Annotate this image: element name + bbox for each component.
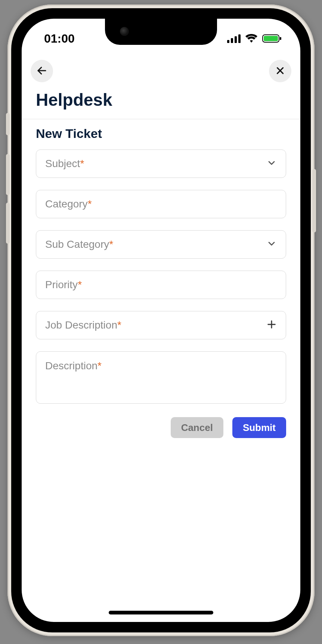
close-icon xyxy=(275,66,285,77)
subject-label: Subject* xyxy=(45,158,84,170)
svg-rect-0 xyxy=(227,40,229,43)
svg-rect-2 xyxy=(235,36,237,43)
category-field[interactable]: Category* xyxy=(36,190,286,218)
subject-field[interactable]: Subject* xyxy=(36,150,286,178)
status-time: 01:00 xyxy=(44,32,75,46)
screen: 01:00 xyxy=(22,19,300,622)
form-actions: Cancel Submit xyxy=(36,417,286,438)
cellular-icon xyxy=(227,34,241,43)
svg-rect-5 xyxy=(264,36,278,41)
description-label: Description* xyxy=(45,360,102,372)
priority-label: Priority* xyxy=(45,279,82,291)
status-bar: 01:00 xyxy=(22,19,300,56)
close-button[interactable] xyxy=(269,60,291,82)
phone-volume-down xyxy=(6,203,10,244)
phone-volume-up xyxy=(6,154,10,195)
priority-field[interactable]: Priority* xyxy=(36,271,286,299)
sub-category-field[interactable]: Sub Category* xyxy=(36,230,286,259)
status-icons xyxy=(227,34,282,43)
job-description-field[interactable]: Job Description* xyxy=(36,311,286,339)
wifi-icon xyxy=(245,34,258,43)
job-description-label: Job Description* xyxy=(45,319,121,331)
page-title: Helpdesk xyxy=(36,90,112,110)
arrow-left-icon xyxy=(36,65,47,77)
svg-rect-3 xyxy=(238,34,241,43)
home-indicator[interactable] xyxy=(109,611,213,614)
section-title: New Ticket xyxy=(36,126,102,141)
battery-icon xyxy=(262,34,282,43)
nav-row xyxy=(22,56,300,86)
svg-rect-1 xyxy=(231,38,233,43)
phone-power-button xyxy=(312,169,316,232)
plus-icon xyxy=(266,319,277,331)
submit-button[interactable]: Submit xyxy=(232,417,286,438)
phone-mute-switch xyxy=(6,113,10,135)
chevron-down-icon xyxy=(266,238,277,250)
cancel-button[interactable]: Cancel xyxy=(171,417,223,438)
chevron-down-icon xyxy=(266,158,277,170)
back-button[interactable] xyxy=(31,60,53,82)
phone-frame: 01:00 xyxy=(7,4,315,636)
svg-rect-6 xyxy=(280,37,281,40)
sub-category-label: Sub Category* xyxy=(45,238,113,250)
category-label: Category* xyxy=(45,198,92,210)
description-field[interactable]: Description* xyxy=(36,351,286,404)
header-divider xyxy=(22,119,300,119)
phone-bezel: 01:00 xyxy=(11,8,311,632)
ticket-form: Subject* Category* Sub Category xyxy=(36,150,286,438)
